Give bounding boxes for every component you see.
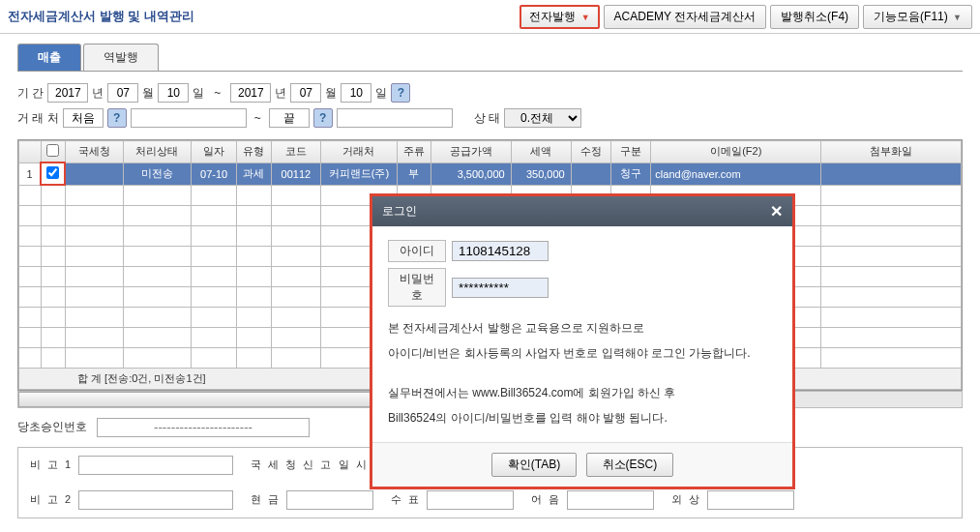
date-help-button[interactable]: ? xyxy=(391,83,410,103)
check-field: 수 표 xyxy=(391,490,514,510)
tab-reverse[interactable]: 역발행 xyxy=(83,44,159,71)
col-email-header[interactable]: 이메일(F2) xyxy=(651,141,821,163)
row-file xyxy=(821,163,962,185)
id-row: 아이디 xyxy=(388,240,777,262)
note1-label: 비 고 1 xyxy=(30,458,73,472)
month-unit: 월 xyxy=(142,85,154,102)
cash-label: 현 금 xyxy=(251,492,281,507)
cash-input[interactable] xyxy=(286,490,373,510)
client-from-input[interactable] xyxy=(63,108,104,128)
col-code-header[interactable]: 코드 xyxy=(271,141,321,163)
close-icon[interactable]: ✕ xyxy=(770,202,783,221)
col-check-header[interactable] xyxy=(41,141,65,163)
status-select[interactable]: 0.전체 xyxy=(504,108,581,128)
col-date-header[interactable]: 일자 xyxy=(191,141,237,163)
dropdown-icon: ▼ xyxy=(953,13,962,22)
issue-button[interactable]: 전자발행 ▼ xyxy=(520,5,599,29)
bill-field: 어 음 xyxy=(531,490,654,510)
credit-field: 외 상 xyxy=(671,490,794,510)
col-cat-header[interactable]: 구분 xyxy=(611,141,651,163)
modal-body: 아이디 비밀번호 본 전자세금계산서 발행은 교육용으로 지원하므로 아이디/비… xyxy=(372,226,792,442)
day-unit: 일 xyxy=(193,85,204,102)
row-type: 과세 xyxy=(237,163,271,185)
period-label: 기 간 xyxy=(17,85,44,102)
col-status-header[interactable]: 처리상태 xyxy=(123,141,191,163)
page-header: 전자세금계산서 발행 및 내역관리 전자발행 ▼ ACADEMY 전자세금계산서… xyxy=(0,0,980,34)
client-to-input[interactable] xyxy=(269,108,310,128)
cancel-button[interactable]: 취소(ESC) xyxy=(586,453,674,477)
dropdown-icon: ▼ xyxy=(581,13,590,22)
filter-area: 기 간 년 월 일 ~ 년 월 일 ? 거 래 처 ? ~ ? 상 태 0.전체 xyxy=(0,77,980,139)
col-type-header[interactable]: 유형 xyxy=(237,141,271,163)
row-supply: 3,500,000 xyxy=(431,163,511,185)
table-row[interactable]: 1 미전송 07-10 과세 00112 커피랜드(주) 부 3,500,000… xyxy=(19,163,962,185)
table-head: 국세청 처리상태 일자 유형 코드 거래처 주류 공급가액 세액 수정 구분 이… xyxy=(19,141,962,163)
filter-row-client: 거 래 처 ? ~ ? 상 태 0.전체 xyxy=(17,108,963,128)
id-input[interactable] xyxy=(452,241,549,261)
row-email[interactable]: cland@naver.com xyxy=(651,163,821,185)
row-code: 00112 xyxy=(271,163,321,185)
col-client-header[interactable]: 거래처 xyxy=(321,141,398,163)
col-num-header xyxy=(19,141,42,163)
bill-input[interactable] xyxy=(567,490,654,510)
modal-text2: 아이디/비번은 회사등록의 사업자 번호로 입력해야 로그인 가능합니다. xyxy=(388,343,777,365)
function-menu-button[interactable]: 기능모음(F11) ▼ xyxy=(863,5,972,29)
pw-input[interactable] xyxy=(452,278,549,298)
year-from-input[interactable] xyxy=(47,83,88,103)
day-from-input[interactable] xyxy=(158,83,189,103)
header-toolbar: 전자발행 ▼ ACADEMY 전자세금계산서 발행취소(F4) 기능모음(F11… xyxy=(520,5,972,29)
row-cat: 청구 xyxy=(611,163,651,185)
year-to-input[interactable] xyxy=(230,83,271,103)
login-modal: 로그인 ✕ 아이디 비밀번호 본 전자세금계산서 발행은 교육용으로 지원하므로… xyxy=(370,193,795,489)
cancel-issue-button[interactable]: 발행취소(F4) xyxy=(770,5,859,29)
month-from-input[interactable] xyxy=(107,83,138,103)
tabs-container: 매출 역발행 xyxy=(0,34,980,77)
row-checkbox[interactable] xyxy=(46,166,59,179)
note2-input[interactable] xyxy=(78,490,233,510)
tabs: 매출 역발행 xyxy=(17,44,963,72)
select-all-checkbox[interactable] xyxy=(46,144,59,157)
col-mod-header[interactable]: 수정 xyxy=(571,141,610,163)
modal-header: 로그인 ✕ xyxy=(372,196,792,226)
col-file-header[interactable]: 첨부화일 xyxy=(821,141,962,163)
client-from-help[interactable]: ? xyxy=(107,108,127,128)
client-from-name[interactable] xyxy=(131,108,247,128)
row-checkbox-cell[interactable] xyxy=(41,163,65,185)
client-label: 거 래 처 xyxy=(17,110,59,127)
approval-label: 당초승인번호 xyxy=(17,419,87,435)
check-label: 수 표 xyxy=(391,492,421,507)
client-to-name[interactable] xyxy=(337,108,453,128)
col-supply-header[interactable]: 공급가액 xyxy=(431,141,511,163)
client-to-help[interactable]: ? xyxy=(313,108,333,128)
month-to-input[interactable] xyxy=(290,83,321,103)
pw-label: 비밀번호 xyxy=(388,268,446,307)
col-tax-header[interactable]: 세액 xyxy=(511,141,571,163)
ok-button[interactable]: 확인(TAB) xyxy=(491,453,577,477)
modal-title: 로그인 xyxy=(382,203,417,220)
row-tax: 350,000 xyxy=(511,163,571,185)
modal-text3: 실무버젼에서는 www.Bill36524.com에 회원가입 하신 후 xyxy=(388,383,777,404)
note1-field: 비 고 1 xyxy=(30,456,233,475)
col-kind-header[interactable]: 주류 xyxy=(397,141,431,163)
academy-button[interactable]: ACADEMY 전자세금계산서 xyxy=(604,5,766,29)
credit-label: 외 상 xyxy=(671,492,701,507)
day-to-input[interactable] xyxy=(341,83,371,103)
col-nts-header[interactable]: 국세청 xyxy=(65,141,123,163)
row-nts xyxy=(65,163,123,185)
note2-field: 비 고 2 xyxy=(30,490,233,510)
approval-input[interactable] xyxy=(97,418,310,437)
year-unit: 년 xyxy=(92,85,104,102)
credit-input[interactable] xyxy=(707,490,794,510)
day-unit2: 일 xyxy=(375,85,387,102)
row-mod xyxy=(571,163,610,185)
tilde: ~ xyxy=(214,86,221,100)
tab-sales[interactable]: 매출 xyxy=(17,44,81,71)
check-input[interactable] xyxy=(427,490,514,510)
note1-input[interactable] xyxy=(78,456,233,475)
month-unit2: 월 xyxy=(325,85,337,102)
row-date: 07-10 xyxy=(191,163,237,185)
issue-button-label: 전자발행 xyxy=(529,10,576,23)
pw-row: 비밀번호 xyxy=(388,268,777,307)
modal-text4: Bill36524의 아이디/비밀번호를 입력 해야 발행 됩니다. xyxy=(388,408,777,429)
modal-text1: 본 전자세금계산서 발행은 교육용으로 지원하므로 xyxy=(388,318,777,340)
